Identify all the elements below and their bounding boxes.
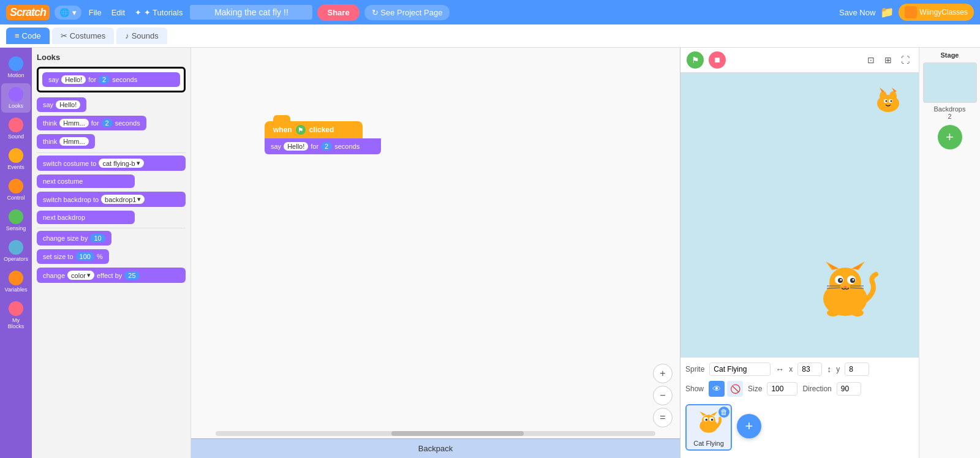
tab-sounds[interactable]: ♪ Sounds: [116, 28, 167, 44]
x-icon: ↔: [775, 364, 784, 374]
folder-icon[interactable]: 📁: [880, 6, 894, 19]
sidebar-item-control[interactable]: Control: [1, 175, 31, 205]
say-seconds-block-highlighted[interactable]: say Hello! for 2 seconds: [42, 72, 180, 87]
think-short-row: think Hmm...: [37, 134, 186, 149]
cat-sprite-stage: [809, 259, 870, 308]
sidebar-item-events[interactable]: Events: [1, 145, 31, 174]
switch-costume-block[interactable]: switch costume to cat flying-b ▾: [37, 156, 186, 171]
hello-input-h[interactable]: Hello!: [61, 75, 86, 84]
x-label: x: [789, 365, 793, 374]
y-input[interactable]: [845, 362, 869, 376]
globe-button[interactable]: 🌐 ▾: [55, 6, 81, 20]
size-input[interactable]: [767, 382, 797, 396]
sprite-card-cat-flying[interactable]: 🗑 Cat: [685, 404, 732, 451]
zoom-in-button[interactable]: +: [653, 364, 673, 383]
hello-s-input[interactable]: Hello!: [56, 100, 80, 109]
main-area: Motion Looks Sound Events Control Sensin…: [0, 48, 980, 458]
say-short-block[interactable]: say Hello!: [37, 97, 86, 112]
set-size-val-input[interactable]: 100: [76, 252, 94, 261]
share-button[interactable]: Share: [317, 4, 359, 21]
next-costume-block[interactable]: next costume: [37, 175, 135, 188]
see-project-button[interactable]: ↻ ↻ See Project PageSee Project Page: [364, 5, 450, 20]
add-sprite-button[interactable]: +: [737, 414, 761, 438]
when-label: when: [273, 126, 292, 134]
think-short-block[interactable]: think Hmm...: [37, 134, 95, 149]
sprite-second-row: Show 👁 🚫 Size Direction: [685, 381, 914, 397]
sidebar-item-myblocks[interactable]: My Blocks: [1, 298, 31, 333]
scrollbar-thumb[interactable]: [391, 431, 523, 436]
sprite-name-input[interactable]: [709, 362, 771, 376]
zoom-out-button[interactable]: −: [653, 386, 673, 405]
switch-backdrop-label: switch backdrop to: [43, 196, 99, 203]
add-backdrop-button[interactable]: +: [938, 125, 962, 149]
show-hidden-button[interactable]: 🚫: [727, 381, 743, 397]
tutorials-button[interactable]: ✦ ✦ Tutorials: [132, 8, 185, 17]
blocks-panel: Looks say Hello! for 2 seconds say Hello…: [32, 48, 191, 458]
set-size-block[interactable]: set size to 100 %: [37, 249, 109, 264]
backpack-bar[interactable]: Backpack: [191, 438, 680, 458]
two-input-h[interactable]: 2: [99, 75, 110, 84]
tab-costumes[interactable]: ✂ Costumes: [52, 28, 115, 44]
sidebar-item-motion[interactable]: Motion: [1, 53, 31, 82]
stage-panel: ⚑ ■ ⊡ ⊞ ⛶: [680, 48, 919, 458]
edit-menu[interactable]: Edit: [109, 8, 127, 17]
next-backdrop-row: next backdrop: [37, 211, 186, 224]
effect-dropdown[interactable]: color ▾: [67, 271, 94, 280]
y-label: y: [836, 365, 840, 374]
direction-input[interactable]: [837, 382, 861, 396]
say-block-script[interactable]: say Hello! for 2 seconds: [265, 138, 381, 154]
think-for-label: for: [91, 119, 99, 127]
save-now-button[interactable]: Save Now: [839, 8, 875, 17]
sidebar-item-looks[interactable]: Looks: [1, 83, 31, 113]
project-title-input[interactable]: [190, 5, 312, 20]
svg-point-8: [891, 100, 892, 102]
green-flag-button[interactable]: ⚑: [687, 51, 704, 69]
sidebar-label-myblocks: My Blocks: [4, 317, 28, 329]
switch-costume-row: switch costume to cat flying-b ▾: [37, 156, 186, 171]
stage-thumbnail[interactable]: [923, 62, 977, 103]
sidebar-item-variables[interactable]: Variables: [1, 267, 31, 296]
hmm-s-input[interactable]: Hmm...: [59, 137, 88, 146]
script-area: when ⚑ clicked say Hello! for 2 seconds …: [191, 48, 680, 458]
stop-button[interactable]: ■: [709, 51, 726, 69]
think-seconds-block[interactable]: think Hmm... for 2 seconds: [37, 116, 146, 130]
sidebar-label-sensing: Sensing: [6, 225, 26, 231]
user-avatar-button[interactable]: WiingyClasses: [899, 4, 974, 21]
when-flag-clicked-hat[interactable]: when ⚑ clicked: [265, 121, 381, 138]
costume-dropdown[interactable]: cat flying-b ▾: [99, 159, 143, 168]
sidebar-item-operators[interactable]: Operators: [1, 236, 31, 266]
hmm-input[interactable]: Hmm...: [59, 119, 88, 127]
file-menu[interactable]: File: [86, 8, 104, 17]
sprite-card-label: Cat Flying: [689, 440, 728, 447]
sidebar-item-sensing[interactable]: Sensing: [1, 206, 31, 235]
show-visible-button[interactable]: 👁: [709, 381, 725, 397]
horizontal-scrollbar[interactable]: [216, 431, 655, 436]
change-effect-block[interactable]: change color ▾ effect by 25: [37, 268, 186, 283]
stage-small-button[interactable]: ⊡: [864, 53, 878, 67]
set-size-label: set size to: [43, 253, 74, 260]
backdrop-dropdown[interactable]: backdrop1 ▾: [101, 195, 145, 204]
hello-script-input[interactable]: Hello!: [284, 142, 308, 151]
delete-sprite-button[interactable]: 🗑: [718, 407, 729, 418]
svg-point-34: [705, 419, 707, 421]
scratch-logo[interactable]: Scratch: [6, 5, 50, 20]
tab-code[interactable]: ≡ Code: [6, 28, 50, 44]
change-size-block[interactable]: change size by 10: [37, 231, 111, 246]
next-backdrop-block[interactable]: next backdrop: [37, 211, 135, 224]
sidebar-item-sound[interactable]: Sound: [1, 114, 31, 143]
effect-by-input[interactable]: 25: [124, 271, 139, 280]
tabs-bar: ≡ Code ✂ Costumes ♪ Sounds: [0, 24, 980, 48]
hat-block[interactable]: when ⚑ clicked: [265, 121, 363, 138]
two-script-input[interactable]: 2: [321, 142, 332, 151]
next-backdrop-label: next backdrop: [43, 214, 85, 221]
x-input[interactable]: [797, 362, 822, 376]
switch-backdrop-block[interactable]: switch backdrop to backdrop1 ▾: [37, 192, 186, 207]
next-costume-label: next costume: [43, 178, 83, 185]
stage-normal-button[interactable]: ⊞: [881, 53, 895, 67]
svg-point-35: [711, 419, 714, 421]
stage-fullscreen-button[interactable]: ⛶: [898, 53, 913, 67]
size-val-input[interactable]: 10: [90, 234, 105, 242]
sidebar-label-sound: Sound: [8, 133, 24, 140]
zoom-reset-button[interactable]: =: [653, 408, 673, 427]
think-2-input[interactable]: 2: [102, 119, 113, 127]
